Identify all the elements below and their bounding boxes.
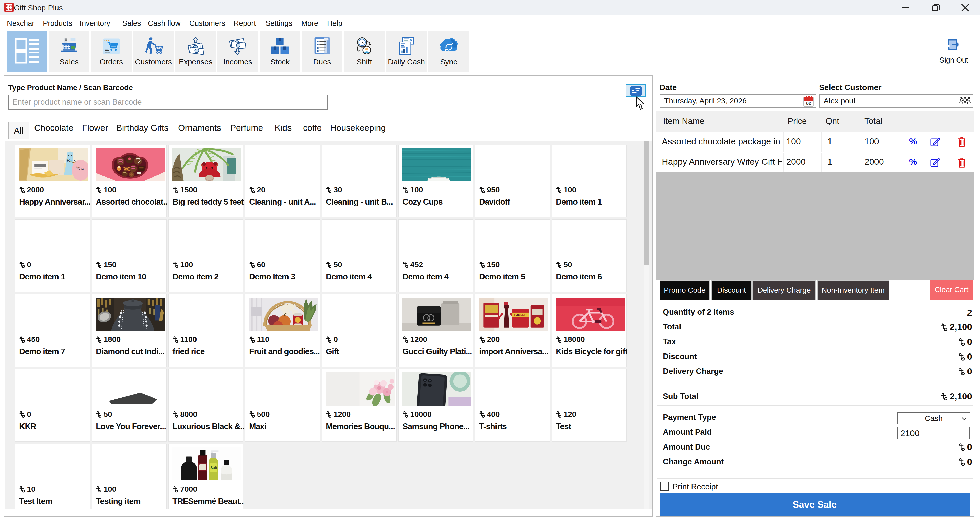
svg-text:Safi: Safi: [210, 465, 217, 470]
svg-text:$: $: [410, 38, 412, 42]
svg-text:02: 02: [806, 102, 811, 106]
svg-text:TOBLER: TOBLER: [514, 313, 527, 317]
